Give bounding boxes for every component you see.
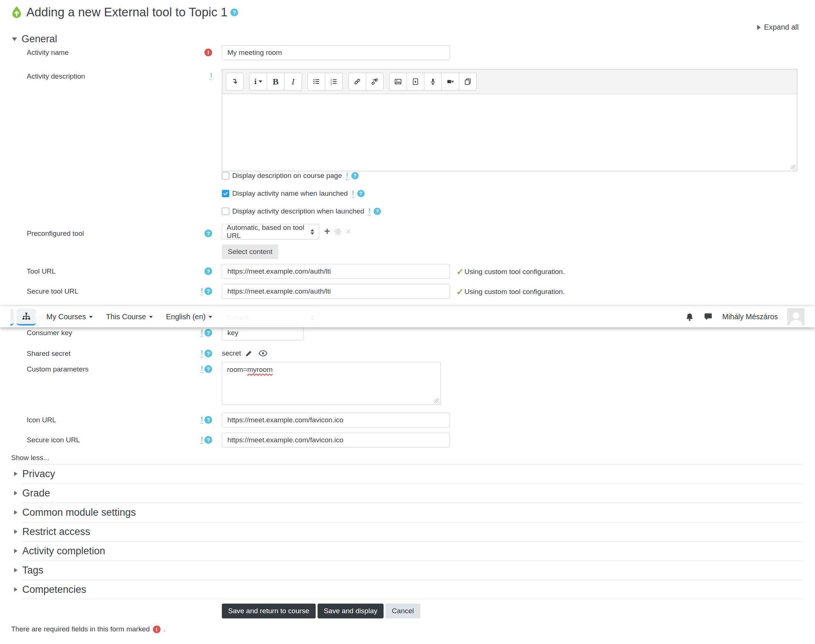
textarea-resize-handle[interactable]	[434, 399, 440, 404]
edit-pencil-icon[interactable]	[245, 350, 253, 357]
show-less-link[interactable]: Show less...	[11, 454, 49, 462]
page-title: Adding a new External tool to Topic 1 ?	[26, 5, 238, 19]
nav-this-course[interactable]: This Course	[106, 313, 153, 321]
display-desc-launched-label[interactable]: Display activity description when launch…	[232, 207, 364, 215]
secure-icon-url-input[interactable]	[222, 433, 450, 448]
save-and-return-button[interactable]: Save and return to course	[222, 604, 316, 618]
tool-url-label: Tool URL	[0, 264, 198, 276]
expand-triangle-icon	[14, 529, 17, 534]
section-privacy[interactable]: Privacy	[11, 464, 803, 483]
preconfigured-tool-label: Preconfigured tool	[0, 224, 198, 238]
display-desc-launched-help-icon[interactable]: ?	[374, 208, 381, 215]
section-common-module-settings[interactable]: Common module settings	[11, 503, 803, 522]
section-grade[interactable]: Grade	[11, 483, 803, 503]
editor-bullet-list-icon[interactable]	[308, 73, 325, 90]
page-header: Adding a new External tool to Topic 1 ?	[11, 5, 238, 19]
editor-record-video-icon[interactable]	[441, 73, 459, 90]
messages-chat-icon[interactable]	[703, 313, 713, 322]
chevron-down-icon	[149, 316, 153, 318]
edit-tool-gear-icon[interactable]	[334, 228, 342, 236]
avatar[interactable]	[787, 308, 804, 325]
nav-edge-tab[interactable]	[11, 308, 14, 325]
expand-all-link[interactable]: Expand all	[757, 23, 799, 32]
display-description-checkbox[interactable]	[222, 172, 229, 179]
collapsed-sections: Privacy Grade Common module settings Res…	[11, 464, 803, 599]
section-activity-completion[interactable]: Activity completion	[11, 541, 803, 561]
editor-resize-handle[interactable]	[791, 165, 796, 170]
hint-exclamation-icon: !	[201, 365, 203, 373]
icon-url-input[interactable]	[222, 412, 450, 428]
section-restrict-access[interactable]: Restrict access	[11, 522, 803, 541]
expand-all-triangle-icon	[757, 25, 761, 30]
tool-url-input[interactable]	[222, 264, 450, 279]
custom-parameters-label: Custom parameters	[0, 362, 198, 373]
consumer-key-input[interactable]	[222, 325, 303, 340]
editor-bold-icon[interactable]: B	[267, 73, 284, 90]
nav-language[interactable]: English (en)	[166, 313, 212, 321]
collapse-triangle-icon	[12, 37, 17, 41]
editor-unlink-icon[interactable]	[366, 73, 384, 90]
editor-italic-icon[interactable]: I	[284, 73, 302, 90]
editor-manage-files-icon[interactable]	[459, 73, 477, 90]
display-description-help-icon[interactable]: ?	[351, 172, 359, 179]
row-secure-tool-url: Secure tool URL ! ? ✓ Using custom tool …	[0, 284, 804, 299]
expand-triangle-icon	[14, 568, 17, 572]
nav-my-courses[interactable]: My Courses	[46, 313, 93, 321]
notifications-bell-icon[interactable]	[685, 313, 694, 322]
activity-name-input[interactable]	[222, 45, 450, 60]
consumer-key-help-icon[interactable]: ?	[205, 329, 212, 337]
hint-exclamation-icon: !	[346, 172, 348, 180]
editor-record-audio-icon[interactable]	[424, 73, 442, 90]
svg-text:3: 3	[331, 83, 332, 85]
editor-ordered-list-icon[interactable]: 123	[325, 73, 343, 90]
editor-link-icon[interactable]	[348, 73, 366, 90]
user-name[interactable]: Mihály Mészáros	[722, 313, 778, 321]
reveal-eye-icon[interactable]	[258, 350, 268, 357]
row-custom-parameters: Custom parameters ! ? room=myroom	[0, 362, 804, 405]
display-name-launched-label[interactable]: Display activity name when launched	[232, 189, 348, 198]
required-fields-note: There are required fields in this form m…	[11, 625, 165, 633]
sitemap-icon	[22, 312, 31, 321]
save-and-display-button[interactable]: Save and display	[318, 604, 384, 618]
editor-paragraph-styles-icon[interactable]: i	[249, 73, 267, 90]
tool-url-help-icon[interactable]: ?	[205, 267, 212, 275]
editor-media-icon[interactable]	[407, 73, 424, 90]
editor-content-area[interactable]	[222, 94, 797, 171]
required-icon: !	[205, 49, 212, 56]
section-general-header[interactable]: General	[12, 33, 57, 45]
add-tool-icon[interactable]: +	[324, 227, 330, 236]
icon-url-help-icon[interactable]: ?	[205, 416, 212, 424]
hint-exclamation-icon: !	[352, 190, 354, 198]
custom-parameters-textarea[interactable]: room=myroom	[222, 362, 441, 405]
form-actions: Save and return to course Save and displ…	[222, 604, 420, 618]
select-content-button[interactable]: Select content	[222, 244, 278, 259]
row-shared-secret: Shared secret ! ? secret	[0, 346, 804, 358]
editor-image-icon[interactable]	[389, 73, 407, 90]
display-desc-launched-checkbox[interactable]	[222, 208, 229, 215]
shared-secret-label: Shared secret	[0, 346, 198, 358]
hint-exclamation-icon: !	[201, 350, 203, 357]
secure-tool-url-input[interactable]	[222, 284, 450, 299]
expand-triangle-icon	[14, 549, 17, 553]
rich-text-editor: i B I 123	[222, 69, 797, 171]
secure-tool-url-label: Secure tool URL	[0, 284, 198, 296]
check-icon: ✓	[456, 267, 464, 276]
display-description-label[interactable]: Display description on course page	[232, 172, 342, 180]
editor-collapse-toolbar-icon[interactable]	[226, 73, 244, 90]
custom-parameters-help-icon[interactable]: ?	[205, 365, 212, 373]
cancel-button[interactable]: Cancel	[386, 604, 420, 618]
site-structure-tab[interactable]	[17, 308, 36, 325]
display-name-launched-help-icon[interactable]: ?	[357, 190, 364, 197]
delete-tool-icon[interactable]: ×	[346, 227, 351, 236]
section-competencies[interactable]: Competencies	[11, 580, 803, 599]
shared-secret-help-icon[interactable]: ?	[205, 350, 212, 357]
secure-tool-url-help-icon[interactable]: ?	[205, 287, 212, 295]
display-name-launched-checkbox[interactable]	[222, 190, 229, 197]
secure-icon-url-help-icon[interactable]: ?	[205, 436, 212, 444]
row-tool-url: Tool URL ? ✓ Using custom tool configura…	[0, 264, 804, 279]
section-tags[interactable]: Tags	[11, 561, 803, 580]
preconfigured-tool-help-icon[interactable]: ?	[205, 230, 212, 237]
preconfigured-tool-select[interactable]: Automatic, based on tool URL	[222, 224, 319, 239]
hint-exclamation-icon: !	[201, 416, 203, 424]
title-help-icon[interactable]: ?	[231, 9, 238, 16]
